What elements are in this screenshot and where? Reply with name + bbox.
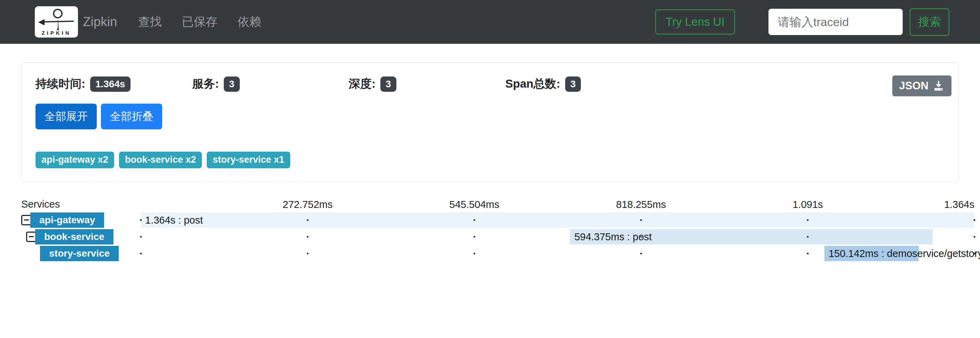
- stat-depth-value: 3: [380, 76, 396, 92]
- span-label: 1.364s : post: [145, 212, 203, 229]
- tick-dot: [307, 219, 309, 221]
- brand-title[interactable]: Zipkin: [83, 14, 117, 29]
- trace-summary-card: 持续时间: 1.364s 服务: 3 深度: 3 Span总数: 3 JSON …: [21, 63, 959, 182]
- service-name-label[interactable]: book-service: [35, 229, 113, 244]
- zipkin-logo[interactable]: ZIPKIN: [35, 6, 78, 38]
- tick-dot: [640, 219, 642, 221]
- tick-label-4: 1.091s: [792, 198, 823, 210]
- tick-dot: [474, 236, 476, 238]
- json-download-button[interactable]: JSON: [892, 75, 951, 96]
- json-button-label: JSON: [899, 79, 929, 92]
- download-icon: [933, 80, 945, 92]
- trace-row: api-gateway 1.364s : post: [21, 212, 974, 229]
- span-track: 594.375ms : post: [141, 229, 974, 245]
- service-cell: story-service: [21, 245, 141, 262]
- tick-dot: [140, 252, 142, 254]
- services-header: Services: [21, 198, 60, 210]
- service-name-label[interactable]: story-service: [40, 246, 119, 261]
- stat-total-spans: Span总数: 3: [505, 76, 662, 92]
- stat-total-spans-label: Span总数:: [505, 76, 560, 92]
- timeline-ticks-header: 272.752ms 545.504ms 818.255ms 1.091s 1.3…: [141, 197, 974, 212]
- tick-dot: [640, 252, 642, 254]
- tick-label-5: 1.364s: [944, 198, 974, 210]
- navbar: ZIPKIN Zipkin 查找 已保存 依赖 Try Lens UI 搜索: [0, 0, 980, 44]
- tick-dot: [140, 219, 142, 221]
- tick-label-2: 545.504ms: [449, 198, 500, 210]
- tick-label-3: 818.255ms: [616, 198, 666, 210]
- stat-depth: 深度: 3: [349, 76, 505, 92]
- search-button[interactable]: 搜索: [910, 8, 950, 36]
- trace-stats: 持续时间: 1.364s 服务: 3 深度: 3 Span总数: 3: [35, 76, 945, 92]
- stat-total-spans-value: 3: [565, 76, 581, 92]
- tick-dot: [807, 252, 809, 254]
- expand-collapse-controls: 全部展开 全部折叠: [35, 104, 945, 129]
- nav-item-saved[interactable]: 已保存: [182, 14, 218, 30]
- span-bar[interactable]: [141, 213, 974, 228]
- stat-depth-label: 深度:: [349, 76, 375, 92]
- tick-dot: [307, 252, 309, 254]
- tick-label-1: 272.752ms: [283, 198, 333, 210]
- nav-links: 查找 已保存 依赖: [138, 14, 261, 30]
- tick-dot: [307, 236, 309, 238]
- collapse-all-button[interactable]: 全部折叠: [101, 104, 162, 129]
- span-track: 150.142ms : demoservice/getstory: [141, 245, 974, 262]
- span-track: 1.364s : post: [141, 212, 974, 229]
- trace-row: story-service 150.142ms : demoservice/ge…: [21, 245, 974, 262]
- stat-services-label: 服务:: [192, 76, 219, 92]
- tick-dot: [807, 219, 809, 221]
- nav-item-dependencies[interactable]: 依赖: [238, 14, 261, 30]
- service-badge-book-service[interactable]: book-service x2: [119, 152, 202, 168]
- svg-text:ZIPKIN: ZIPKIN: [41, 30, 71, 36]
- tick-dot: [474, 219, 476, 221]
- stat-services-value: 3: [224, 76, 240, 92]
- nav-item-find[interactable]: 查找: [138, 14, 162, 30]
- service-badges: api-gateway x2 book-service x2 story-ser…: [35, 152, 945, 168]
- span-label: 150.142ms : demoservice/getstory: [829, 245, 980, 262]
- trace-timeline: Services 272.752ms 545.504ms 818.255ms 1…: [21, 197, 974, 262]
- stat-duration-label: 持续时间:: [35, 76, 85, 92]
- tick-dot: [807, 236, 809, 238]
- stat-duration-value: 1.364s: [90, 76, 130, 92]
- timeline-header: Services 272.752ms 545.504ms 818.255ms 1…: [21, 197, 974, 212]
- expand-all-button[interactable]: 全部展开: [35, 104, 97, 129]
- services-header-cell: Services: [21, 198, 141, 210]
- zipkin-pin-icon: ZIPKIN: [37, 8, 76, 36]
- trace-row: book-service 594.375ms : post: [21, 229, 974, 245]
- service-cell: book-service: [21, 229, 141, 245]
- service-badge-story-service[interactable]: story-service x1: [207, 152, 290, 168]
- stat-services: 服务: 3: [192, 76, 349, 92]
- stat-duration: 持续时间: 1.364s: [35, 76, 192, 92]
- span-label: 594.375ms : post: [574, 229, 651, 245]
- traceid-input[interactable]: [768, 9, 903, 35]
- tick-dot: [974, 219, 975, 221]
- tick-dot: [140, 236, 142, 238]
- service-badge-api-gateway[interactable]: api-gateway x2: [35, 152, 114, 168]
- tick-dot: [974, 236, 975, 238]
- tick-dot: [474, 252, 476, 254]
- service-cell: api-gateway: [21, 212, 141, 229]
- try-lens-ui-button[interactable]: Try Lens UI: [655, 10, 735, 35]
- service-name-label[interactable]: api-gateway: [30, 213, 104, 228]
